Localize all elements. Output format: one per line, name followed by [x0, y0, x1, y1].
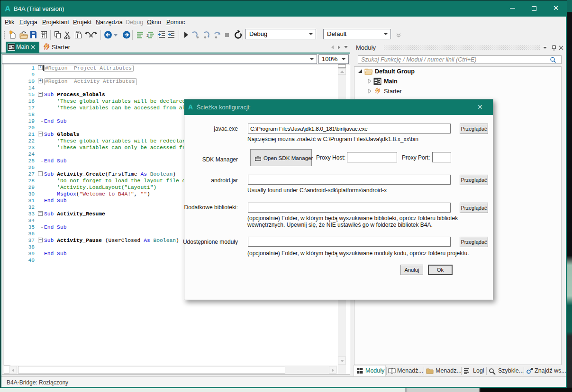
svg-text:2: 2: [146, 33, 149, 38]
